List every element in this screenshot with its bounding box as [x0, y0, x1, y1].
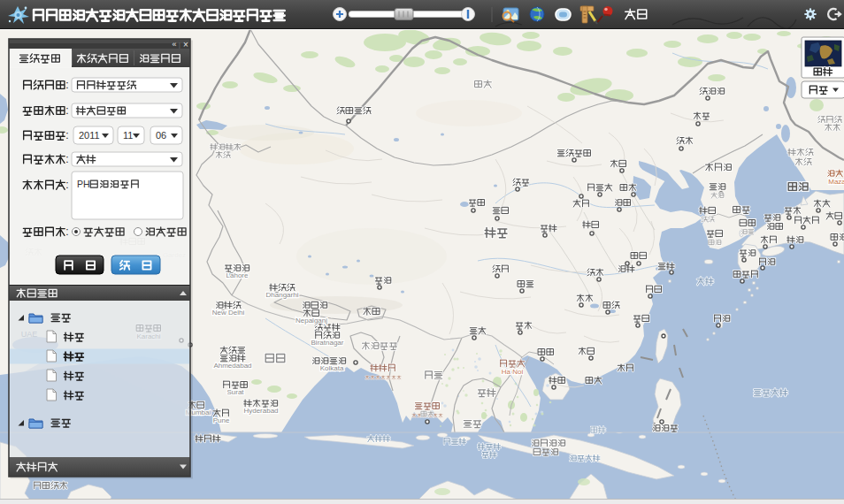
svg-text:Ha Noi: Ha Noi [502, 368, 524, 376]
svg-text:Biratnagar: Biratnagar [311, 339, 344, 347]
svg-text::: : [65, 104, 68, 117]
svg-text:«: « [172, 40, 176, 49]
svg-text:Hyderabad: Hyderabad [243, 407, 278, 415]
svg-text:Surat: Surat [226, 388, 244, 396]
svg-text::: : [65, 129, 68, 141]
svg-text:11: 11 [123, 130, 133, 141]
svg-text:Nepalganj: Nepalganj [295, 317, 327, 325]
svg-text:Maza: Maza [828, 178, 844, 186]
svg-text:|: | [179, 42, 180, 49]
svg-text::: : [65, 79, 68, 91]
svg-text::: : [65, 225, 68, 238]
svg-text:New Delhi: New Delhi [212, 309, 245, 317]
svg-text:Ahmedabad: Ahmedabad [213, 362, 251, 370]
svg-text:06: 06 [156, 130, 166, 141]
svg-text:Pune: Pune [213, 416, 230, 424]
svg-text:Kolkata: Kolkata [320, 364, 344, 372]
svg-text:×: × [183, 40, 188, 50]
svg-text::: : [65, 153, 68, 165]
svg-text:Dhangarhi: Dhangarhi [266, 291, 299, 299]
svg-text:Lahore: Lahore [226, 271, 249, 279]
svg-text:PH: PH [77, 179, 90, 189]
svg-text:2011: 2011 [79, 130, 100, 141]
svg-text::: : [65, 179, 68, 191]
